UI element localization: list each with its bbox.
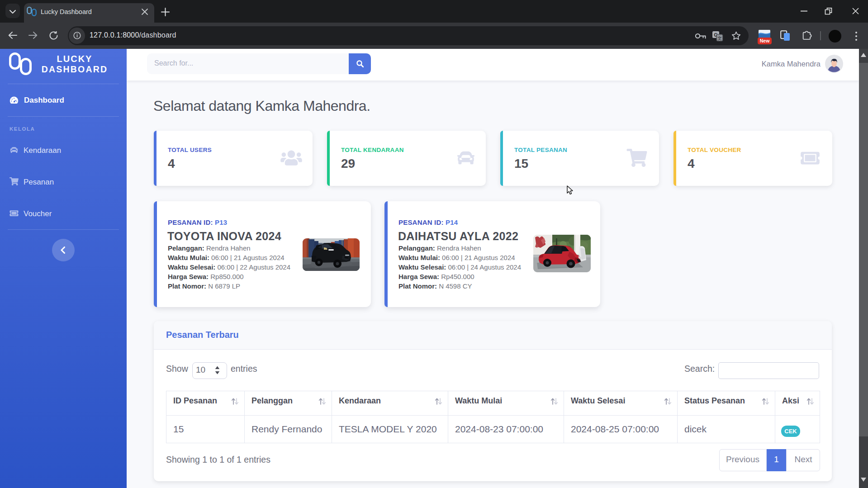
svg-text:文: 文 xyxy=(717,36,722,41)
